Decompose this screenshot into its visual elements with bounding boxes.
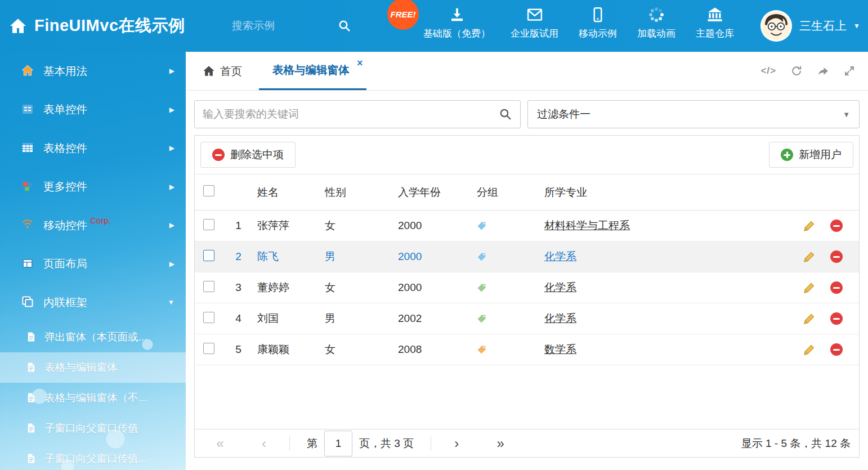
major-link[interactable]: 化学系 <box>544 250 576 262</box>
refresh-icon[interactable] <box>790 65 803 77</box>
chevron-right-icon: ▶ <box>169 260 175 268</box>
sidebar-subitem[interactable]: 子窗口向父窗口传值 <box>0 413 186 444</box>
table-row[interactable]: 5 康颖颖 女 2008 数学系 <box>195 334 859 365</box>
user-menu[interactable]: 三生石上 ▼ <box>760 0 860 52</box>
tab-active[interactable]: 表格与编辑窗体 × <box>259 52 366 90</box>
sidebar-item-label: 移动控件 <box>43 218 87 233</box>
edit-row-icon[interactable] <box>803 312 816 325</box>
cell-name: 张萍萍 <box>254 218 321 233</box>
sidebar-item[interactable]: 基本用法 ▶ <box>0 52 186 91</box>
column-header-year[interactable]: 入学年份 <box>395 185 473 200</box>
header-nav-item[interactable]: 移动示例 <box>579 6 617 40</box>
select-all-checkbox[interactable] <box>203 185 214 196</box>
envelope-icon <box>526 6 543 23</box>
sidebar: 基本用法 ▶ 表单控件 ▶ 表格控件 ▶ 更多控件 ▶ 移动控件 Corp. ▶… <box>0 52 186 470</box>
form-icon <box>21 103 35 117</box>
filter-dropdown[interactable]: 过滤条件一 ▼ <box>527 100 860 128</box>
grid-panel: 删除选中项 新增用户 姓名 性别 入学年份 分组 所学专业 1 张萍萍 女 20… <box>194 135 860 458</box>
sidebar-item[interactable]: 内联框架 ▼ <box>0 283 186 322</box>
delete-selected-button[interactable]: 删除选中项 <box>200 142 296 168</box>
sidebar-item[interactable]: 表单控件 ▶ <box>0 91 186 129</box>
sidebar-subitem[interactable]: 表格与编辑窗体（不... <box>0 383 186 413</box>
expand-icon[interactable] <box>843 65 856 77</box>
column-header-major[interactable]: 所学专业 <box>541 185 790 200</box>
sidebar-subitem[interactable]: 子窗口向父窗口传值... <box>0 444 186 470</box>
brand[interactable]: FineUIMvc在线示例 <box>0 15 232 37</box>
header-nav-item[interactable]: 主题仓库 <box>696 6 734 40</box>
header-nav-item[interactable]: 企业版试用 <box>511 6 558 40</box>
code-icon[interactable]: </> <box>760 65 776 77</box>
delete-row-icon[interactable] <box>830 343 843 356</box>
column-header-gender[interactable]: 性别 <box>321 185 395 200</box>
page-number-input[interactable] <box>324 431 352 456</box>
corp-badge: Corp. <box>90 216 111 225</box>
sidebar-item[interactable]: 页面布局 ▶ <box>0 245 186 284</box>
cell-year: 2000 <box>395 250 473 263</box>
pager-summary: 显示 1 - 5 条，共 12 条 <box>741 436 851 451</box>
delete-row-icon[interactable] <box>830 312 843 325</box>
bank-icon <box>706 6 723 23</box>
table-row[interactable]: 3 董婷婷 女 2000 化学系 <box>195 272 859 303</box>
table-row[interactable]: 4 刘国 男 2002 化学系 <box>195 303 859 334</box>
chevron-right-icon: ▶ <box>169 221 175 229</box>
header-nav-item[interactable]: 加载动画 <box>637 6 675 40</box>
first-page-icon[interactable]: « <box>212 437 229 450</box>
row-checkbox[interactable] <box>203 281 214 292</box>
add-user-button[interactable]: 新增用户 <box>769 142 853 168</box>
column-header-group[interactable]: 分组 <box>473 185 541 200</box>
sidebar-item[interactable]: 移动控件 Corp. ▶ <box>0 206 186 245</box>
cell-row-number: 3 <box>223 281 254 294</box>
last-page-icon[interactable]: » <box>492 437 509 450</box>
major-link[interactable]: 材料科学与工程系 <box>544 220 630 231</box>
cell-row-number: 2 <box>223 250 254 263</box>
sidebar-subitem-label: 弹出窗体（本页面或... <box>44 330 147 344</box>
tab-active-label: 表格与编辑窗体 <box>272 62 350 78</box>
sidebar-item[interactable]: 表格控件 ▶ <box>0 129 186 168</box>
delete-row-icon[interactable] <box>830 281 843 294</box>
row-checkbox[interactable] <box>203 312 214 323</box>
delete-row-icon[interactable] <box>830 220 843 232</box>
keyword-search-input[interactable] <box>203 108 499 120</box>
major-link[interactable]: 数学系 <box>544 343 576 355</box>
row-checkbox[interactable] <box>203 343 214 354</box>
sidebar-subitem[interactable]: 表格与编辑窗体 <box>0 352 186 383</box>
search-icon[interactable] <box>338 19 351 33</box>
prev-page-icon[interactable]: ‹ <box>256 437 272 450</box>
row-checkbox[interactable] <box>203 250 214 261</box>
close-icon[interactable]: × <box>357 58 363 68</box>
cell-year: 2000 <box>395 220 473 232</box>
next-page-icon[interactable]: › <box>448 437 465 450</box>
tag-icon <box>476 344 541 355</box>
header-nav-label: 基础版（免费） <box>423 27 490 40</box>
column-header-name[interactable]: 姓名 <box>254 185 321 200</box>
file-icon <box>26 453 37 464</box>
chevron-right-icon: ▶ <box>169 183 175 191</box>
edit-row-icon[interactable] <box>803 250 816 263</box>
plus-circle-icon <box>781 149 793 161</box>
edit-row-icon[interactable] <box>803 343 816 356</box>
header-search-input[interactable] <box>232 20 338 32</box>
download-icon <box>449 6 466 23</box>
major-link[interactable]: 化学系 <box>544 312 576 324</box>
file-icon <box>26 362 37 373</box>
share-icon[interactable] <box>817 65 829 77</box>
tab-home[interactable]: 首页 <box>194 52 251 90</box>
sidebar-item[interactable]: 更多控件 ▶ <box>0 168 186 207</box>
header-nav-item[interactable]: 基础版（免费） <box>423 6 490 40</box>
grid-toolbar: 删除选中项 新增用户 <box>195 136 859 174</box>
sidebar-subitem[interactable]: 弹出窗体（本页面或... <box>0 322 186 352</box>
delete-row-icon[interactable] <box>830 250 843 263</box>
frame-icon <box>21 296 35 309</box>
table-header: 姓名 性别 入学年份 分组 所学专业 <box>195 174 859 211</box>
row-checkbox[interactable] <box>203 219 214 230</box>
sidebar-item-label: 内联框架 <box>43 295 87 310</box>
major-link[interactable]: 化学系 <box>544 281 576 293</box>
table-row[interactable]: 1 张萍萍 女 2000 材料科学与工程系 <box>195 211 859 241</box>
table-row[interactable]: 2 陈飞 男 2000 化学系 <box>195 241 859 272</box>
free-badge: FREE! <box>387 0 419 30</box>
home-side-icon <box>21 64 35 78</box>
edit-row-icon[interactable] <box>803 220 816 232</box>
search-icon[interactable] <box>499 108 512 121</box>
delete-selected-label: 删除选中项 <box>230 147 284 162</box>
edit-row-icon[interactable] <box>803 281 816 294</box>
